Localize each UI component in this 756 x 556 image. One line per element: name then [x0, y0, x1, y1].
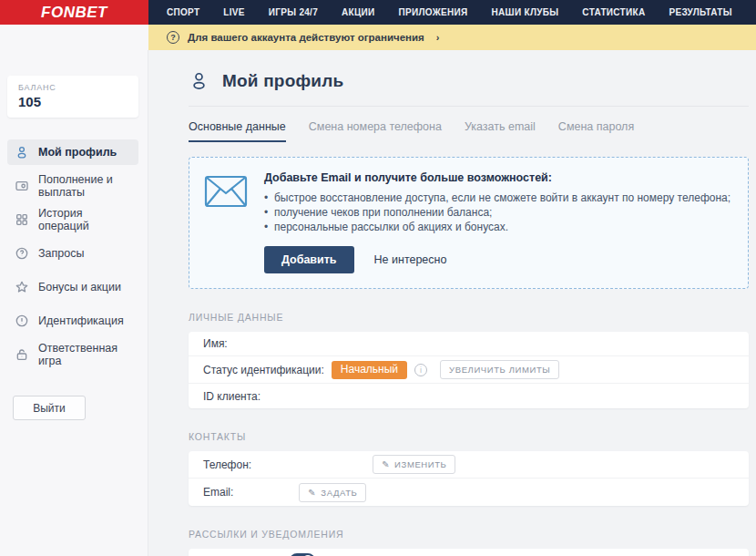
change-phone-button[interactable]: ✎ ИЗМЕНИТЬ: [373, 455, 455, 474]
question-circle-icon: [15, 246, 29, 261]
sidebar-item-label: Идентификация: [38, 314, 124, 327]
tab-main-data[interactable]: Основные данные: [189, 120, 286, 142]
sidebar-item-requests[interactable]: Запросы: [7, 241, 138, 266]
banner-text: Для вашего аккаунта действуют ограничени…: [188, 32, 424, 43]
email-label: Email:: [203, 486, 233, 499]
pencil-icon: ✎: [382, 459, 390, 469]
sidebar: БАЛАНС 105 Мой профиль Пополнение и выпл: [0, 50, 148, 556]
nav-item-games[interactable]: ИГРЫ 24/7: [269, 7, 318, 17]
promo-actions: Добавить Не интересно: [264, 246, 730, 273]
promo-content: Добавьте Email и получите больше возможн…: [264, 171, 730, 273]
personal-data-card: Имя: Статус идентификации: Начальный i У…: [189, 332, 749, 408]
identification-status-row: Статус идентификации: Начальный i УВЕЛИЧ…: [189, 356, 749, 384]
contacts-card: Телефон: ✎ ИЗМЕНИТЬ Email: ✎ ЗАДАТЬ: [189, 451, 749, 506]
nav-item-apps[interactable]: ПРИЛОЖЕНИЯ: [399, 7, 468, 17]
phone-row: Телефон: ✎ ИЗМЕНИТЬ: [189, 451, 749, 479]
exclamation-circle-icon: [15, 314, 29, 328]
lock-icon: [15, 347, 29, 362]
chevron-right-icon: ›: [436, 32, 440, 43]
personal-data-heading: ЛИЧНЫЕ ДАННЫЕ: [189, 312, 749, 323]
profile-icon: [189, 70, 209, 91]
envelope-icon: [204, 175, 248, 273]
client-id-row: ID клиента:: [189, 384, 749, 408]
wallet-icon: [15, 179, 29, 193]
balance-value: 105: [18, 94, 128, 109]
client-id-label: ID клиента:: [203, 390, 261, 403]
sidebar-item-operation-history[interactable]: История операций: [7, 207, 138, 232]
tab-change-password[interactable]: Смена пароля: [558, 120, 634, 142]
status-label: Статус идентификации:: [203, 364, 324, 376]
notifications-card: Email: SMS: Push-уведомления:: [189, 549, 749, 556]
change-phone-label: ИЗМЕНИТЬ: [394, 459, 446, 469]
sidebar-item-responsible-gaming[interactable]: Ответственная игра: [7, 342, 138, 367]
sidebar-item-my-profile[interactable]: Мой профиль: [7, 139, 138, 165]
promo-benefit: получение чеков при пополнении баланса;: [264, 205, 730, 220]
promo-benefit: быстрое восстановление доступа, если не …: [264, 190, 730, 205]
balance-label: БАЛАНС: [18, 83, 128, 92]
user-icon: [15, 145, 29, 160]
notifications-heading: РАССЫЛКИ И УВЕДОМЛЕНИЯ: [189, 529, 749, 540]
add-email-promo-box: Добавьте Email и получите больше возможн…: [189, 157, 749, 289]
nav-item-promotions[interactable]: АКЦИИ: [342, 7, 375, 17]
sidebar-item-label: Бонусы и акции: [38, 281, 121, 293]
grid-icon: [15, 212, 29, 227]
name-label: Имя:: [203, 337, 228, 350]
email-row: Email: ✎ ЗАДАТЬ: [189, 479, 749, 506]
sidebar-item-identification[interactable]: Идентификация: [7, 308, 138, 334]
header-divider: [189, 106, 749, 107]
promo-benefits-list: быстрое восстановление доступа, если не …: [264, 190, 730, 234]
tab-set-email[interactable]: Указать email: [465, 120, 536, 142]
add-email-button[interactable]: Добавить: [264, 246, 354, 273]
top-navigation-bar: FONBET СПОРТ LIVE ИГРЫ 24/7 АКЦИИ ПРИЛОЖ…: [0, 0, 756, 25]
account-restrictions-banner[interactable]: ? Для вашего аккаунта действуют ограниче…: [148, 25, 756, 50]
logout-button[interactable]: Выйти: [13, 396, 86, 420]
sidebar-item-label: Ответственная игра: [38, 342, 131, 367]
nav-item-live[interactable]: LIVE: [223, 7, 244, 17]
phone-label: Телефон:: [203, 458, 251, 471]
nav-item-clubs[interactable]: НАШИ КЛУБЫ: [492, 7, 559, 17]
increase-limits-button[interactable]: УВЕЛИЧИТЬ ЛИМИТЫ: [440, 360, 559, 379]
nav-item-sport[interactable]: СПОРТ: [167, 7, 199, 17]
name-row: Имя:: [189, 332, 749, 356]
info-icon[interactable]: i: [414, 364, 427, 376]
sidebar-item-deposits-payouts[interactable]: Пополнение и выплаты: [7, 173, 138, 199]
set-email-label: ЗАДАТЬ: [321, 488, 357, 498]
banner-spacer: [0, 25, 148, 50]
promo-title: Добавьте Email и получите больше возможн…: [264, 171, 730, 184]
sidebar-item-bonuses-promotions[interactable]: Бонусы и акции: [7, 274, 138, 300]
fonbet-logo[interactable]: FONBET: [0, 0, 148, 25]
email-notifications-row: Email:: [189, 549, 749, 556]
sidebar-item-label: Пополнение и выплаты: [38, 173, 131, 199]
banner-row: ? Для вашего аккаунта действуют ограниче…: [0, 25, 756, 50]
nav-item-results[interactable]: РЕЗУЛЬТАТЫ: [669, 7, 731, 17]
page-header: Мой профиль: [189, 70, 749, 91]
sidebar-item-label: Запросы: [38, 247, 84, 260]
app-window: FONBET СПОРТ LIVE ИГРЫ 24/7 АКЦИИ ПРИЛОЖ…: [0, 0, 756, 556]
main-content: Мой профиль Основные данные Смена номера…: [148, 50, 756, 556]
sidebar-item-label: История операций: [38, 207, 131, 232]
contacts-heading: КОНТАКТЫ: [189, 431, 749, 442]
top-menu: СПОРТ LIVE ИГРЫ 24/7 АКЦИИ ПРИЛОЖЕНИЯ НА…: [148, 0, 732, 25]
set-email-button[interactable]: ✎ ЗАДАТЬ: [299, 483, 366, 502]
page-title: Мой профиль: [222, 71, 343, 91]
promo-benefit: персональные рассылки об акциях и бонуса…: [264, 220, 730, 234]
email-notifications-toggle[interactable]: [290, 553, 315, 556]
pencil-icon: ✎: [308, 488, 316, 498]
balance-card: БАЛАНС 105: [7, 76, 138, 118]
question-circle-icon: ?: [167, 31, 179, 44]
status-badge[interactable]: Начальный: [332, 361, 407, 379]
tab-bar: Основные данные Смена номера телефона Ук…: [189, 120, 749, 142]
nav-item-statistics[interactable]: СТАТИСТИКА: [582, 7, 645, 17]
sidebar-item-label: Мой профиль: [38, 146, 117, 159]
star-icon: [15, 280, 29, 294]
not-interested-button[interactable]: Не интересно: [374, 253, 447, 266]
tab-change-phone[interactable]: Смена номера телефона: [309, 120, 442, 142]
